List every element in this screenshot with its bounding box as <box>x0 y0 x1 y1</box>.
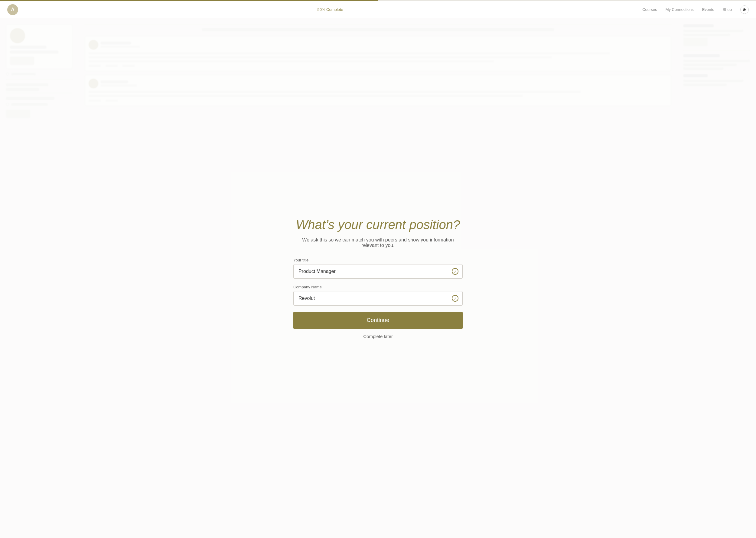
nav-events[interactable]: Events <box>702 7 714 12</box>
company-input[interactable] <box>293 291 463 306</box>
progress-bar-container <box>0 0 756 1</box>
modal-overlay: What’s your current position? We ask thi… <box>0 18 756 538</box>
title-check-icon: ✓ <box>452 268 458 275</box>
logo-initial: A <box>11 7 15 12</box>
continue-button[interactable]: Continue <box>293 312 463 329</box>
company-check-icon: ✓ <box>452 295 458 302</box>
modal-content: What’s your current position? We ask thi… <box>287 211 469 345</box>
header-nav: Courses My Connections Events Shop ⊕ <box>642 5 749 14</box>
modal-title: What’s your current position? <box>293 217 463 232</box>
title-label: Your title <box>293 258 463 262</box>
complete-later-link[interactable]: Complete later <box>293 334 463 339</box>
title-input-wrapper: ✓ <box>293 264 463 279</box>
title-input[interactable] <box>293 264 463 279</box>
title-form-group: Your title ✓ <box>293 258 463 279</box>
logo[interactable]: A <box>7 4 18 15</box>
nav-courses[interactable]: Courses <box>642 7 657 12</box>
nav-shop[interactable]: Shop <box>723 7 732 12</box>
header-progress-text: 50% Complete <box>317 7 343 12</box>
nav-connections[interactable]: My Connections <box>666 7 694 12</box>
cart-icon[interactable]: ⊕ <box>740 5 749 14</box>
progress-bar-fill <box>0 0 378 1</box>
company-form-group: Company Name ✓ <box>293 285 463 306</box>
company-input-wrapper: ✓ <box>293 291 463 306</box>
header: A 50% Complete Courses My Connections Ev… <box>0 1 756 18</box>
modal-subtitle: We ask this so we can match you with pee… <box>293 237 463 248</box>
company-label: Company Name <box>293 285 463 289</box>
